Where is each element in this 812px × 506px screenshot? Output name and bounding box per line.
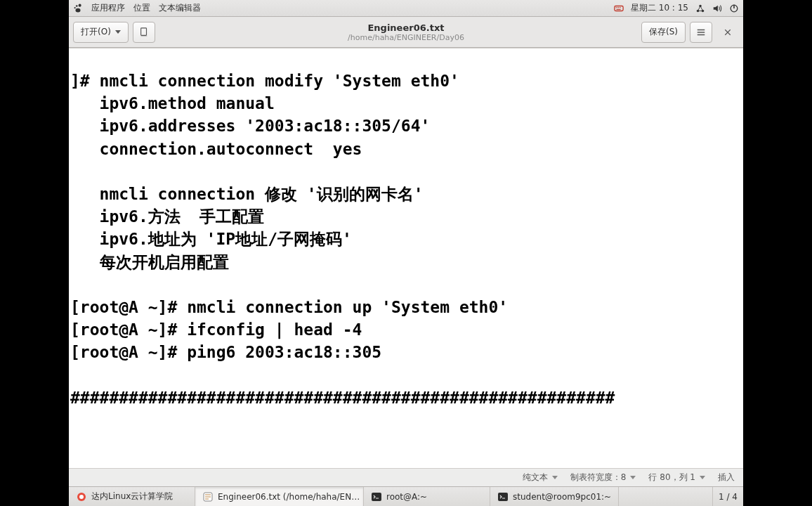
- volume-icon[interactable]: [712, 4, 722, 13]
- menu-applications[interactable]: 应用程序: [91, 2, 125, 14]
- svg-point-1: [76, 5, 78, 7]
- hamburger-menu-button[interactable]: [690, 22, 712, 43]
- workspace-label: 1 / 4: [719, 492, 738, 502]
- svg-rect-5: [616, 7, 617, 8]
- save-button[interactable]: 保存(S): [641, 22, 686, 43]
- tabwidth-selector[interactable]: 制表符宽度：8: [570, 472, 636, 484]
- text-editor-content[interactable]: ]# nmcli connection modify 'System eth0'…: [69, 48, 743, 468]
- keyboard-indicator-icon[interactable]: [614, 4, 624, 13]
- chevron-down-icon: [630, 476, 636, 479]
- workspace-indicator[interactable]: 1 / 4: [712, 487, 743, 506]
- power-icon[interactable]: [729, 4, 739, 13]
- svg-point-2: [74, 7, 76, 8]
- task-terminal-root[interactable]: root@A:~: [364, 487, 490, 506]
- task-gedit[interactable]: Engineer06.txt (/home/haha/EN…: [195, 487, 364, 506]
- svg-rect-4: [615, 6, 623, 11]
- task-browser[interactable]: 达内Linux云计算学院: [69, 487, 195, 506]
- new-document-button[interactable]: [133, 22, 155, 43]
- menu-places[interactable]: 位置: [133, 2, 150, 14]
- task-label: student@room9pc01:~: [513, 492, 611, 502]
- syntax-label: 纯文本: [523, 472, 548, 484]
- svg-rect-8: [616, 8, 620, 9]
- tabwidth-label: 制表符宽度：8: [570, 472, 627, 484]
- menu-current-app[interactable]: 文本编辑器: [159, 2, 201, 14]
- svg-point-16: [79, 495, 84, 499]
- svg-rect-19: [498, 493, 508, 501]
- cursor-position[interactable]: 行 80，列 1: [648, 472, 705, 484]
- chevron-down-icon: [700, 476, 705, 479]
- syntax-selector[interactable]: 纯文本: [523, 472, 558, 484]
- open-button-label: 打开(O): [81, 26, 111, 38]
- task-label: 达内Linux云计算学院: [91, 491, 173, 502]
- svg-point-0: [79, 4, 81, 6]
- svg-rect-18: [372, 493, 381, 501]
- task-label: root@A:~: [386, 492, 427, 502]
- gnome-logo-icon: [73, 4, 83, 13]
- terminal-icon: [497, 491, 509, 502]
- gnome-taskbar: 达内Linux云计算学院 Engineer06.txt (/home/haha/…: [69, 486, 743, 506]
- terminal-icon: [371, 491, 382, 502]
- svg-rect-7: [620, 7, 621, 8]
- editor-header-bar: 打开(O) Engineer06.txt /home/haha/ENGINEER…: [69, 17, 743, 48]
- browser-icon: [76, 491, 87, 502]
- close-window-button[interactable]: [716, 22, 739, 43]
- chevron-down-icon: [552, 476, 558, 479]
- svg-point-3: [76, 8, 81, 12]
- open-button[interactable]: 打开(O): [73, 22, 129, 43]
- save-button-label: 保存(S): [649, 26, 678, 38]
- chevron-down-icon: [115, 30, 121, 34]
- insert-mode-label: 插入: [718, 472, 735, 484]
- gedit-icon: [202, 491, 214, 502]
- network-icon[interactable]: [695, 4, 705, 13]
- gnome-top-bar: 应用程序 位置 文本编辑器 星期二 10 : 15: [69, 0, 743, 17]
- svg-rect-6: [617, 7, 619, 8]
- task-terminal-student[interactable]: student@room9pc01:~: [490, 487, 619, 506]
- svg-rect-14: [140, 27, 146, 35]
- task-label: Engineer06.txt (/home/haha/EN…: [218, 492, 360, 502]
- editor-status-bar: 纯文本 制表符宽度：8 行 80，列 1 插入: [69, 468, 743, 486]
- cursor-label: 行 80，列 1: [648, 472, 695, 484]
- clock[interactable]: 星期二 10 : 15: [631, 2, 688, 14]
